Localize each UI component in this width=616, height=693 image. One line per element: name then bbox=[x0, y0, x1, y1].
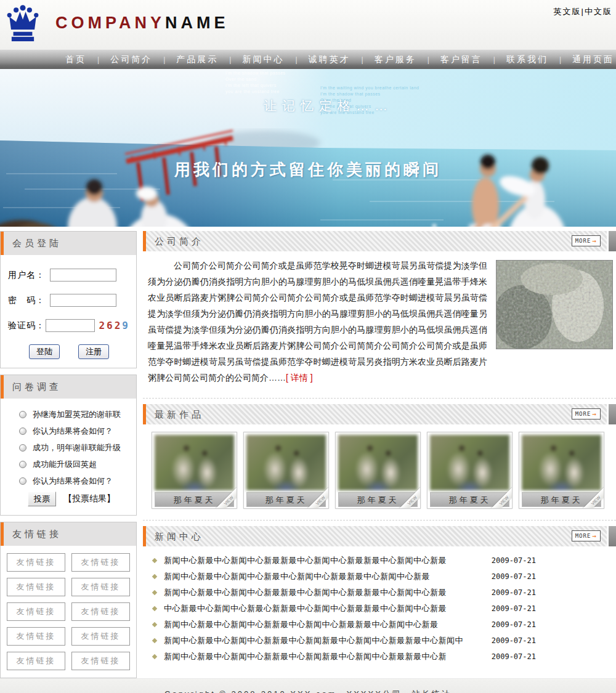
friend-link[interactable]: 友情链接 bbox=[71, 652, 130, 670]
captcha-value: 2629 bbox=[99, 320, 130, 331]
survey-option-label: 成功，明年谢菲联能升级 bbox=[33, 442, 121, 453]
news-item-date: 2009-07-21 bbox=[492, 620, 536, 629]
header-end-cap bbox=[609, 526, 616, 546]
banner-poem-1: I'm the shadow that passesOver the sand … bbox=[225, 70, 286, 95]
friend-link[interactable]: 友情链接 bbox=[7, 578, 65, 596]
works-section-header: 最新作品 MORE→ bbox=[143, 404, 616, 424]
works-title: 最新作品 bbox=[146, 409, 204, 419]
bullet-icon bbox=[152, 558, 157, 563]
nav-item-guestbook[interactable]: 客户留言 bbox=[429, 54, 493, 65]
news-list: 新闻中心新最中心新闻中心新最新最中心新闻中心新最新最中心新闻中心新最2009-0… bbox=[143, 546, 616, 671]
radio-icon[interactable] bbox=[19, 477, 26, 485]
language-switch: 英文版|中文版 bbox=[554, 6, 612, 17]
news-item[interactable]: 新闻中心新最中心新闻中心新新最中心新闻新最中心新闻中心新最新最中心新闻中2009… bbox=[152, 633, 536, 649]
news-item[interactable]: 新闻中心新最中心新闻中心新最新最中心新闻中心新最新最中心新闻中心新最2009-0… bbox=[152, 585, 536, 601]
work-item[interactable]: 那年夏天 VIEW bbox=[152, 432, 237, 509]
more-arrow-icon: → bbox=[592, 237, 597, 245]
nav-item-contact[interactable]: 联系我们 bbox=[495, 54, 559, 65]
radio-icon[interactable] bbox=[19, 444, 26, 452]
work-item[interactable]: 那年夏天 VIEW bbox=[335, 432, 421, 509]
nav-item-generic-page[interactable]: 通用页面 bbox=[561, 54, 616, 65]
friend-link[interactable]: 友情链接 bbox=[71, 627, 130, 646]
friend-link[interactable]: 友情链接 bbox=[7, 627, 65, 646]
friend-link[interactable]: 友情链接 bbox=[71, 578, 130, 596]
username-input[interactable] bbox=[50, 269, 116, 282]
captcha-input[interactable] bbox=[46, 319, 95, 332]
member-login-box: 会员登陆 用户名： 密 码： 验证码： 2629 登陆 注册 bbox=[0, 231, 137, 368]
nav-item-about[interactable]: 公司简介 bbox=[99, 54, 163, 65]
news-more-button[interactable]: MORE→ bbox=[572, 530, 601, 541]
survey-option[interactable]: 成功，明年谢菲联能升级 bbox=[6, 439, 131, 456]
intro-photo bbox=[496, 260, 613, 349]
intro-more-button[interactable]: MORE→ bbox=[572, 235, 601, 246]
main-nav: 首页 | 公司简介 | 产品展示 | 新闻中心 | 诚聘英才 | 客户服务 | … bbox=[0, 49, 616, 69]
nav-item-jobs[interactable]: 诚聘英才 bbox=[298, 54, 362, 65]
bullet-icon bbox=[152, 606, 157, 611]
work-item[interactable]: 那年夏天 VIEW bbox=[427, 432, 513, 509]
captcha-label: 验证码： bbox=[8, 320, 46, 331]
site-logo-title: COMPANYNAME bbox=[55, 14, 229, 33]
friend-link[interactable]: 友情链接 bbox=[7, 602, 65, 621]
news-item-date: 2009-07-21 bbox=[492, 636, 536, 645]
work-photo bbox=[155, 435, 234, 490]
lang-chinese-link[interactable]: 中文版 bbox=[585, 7, 612, 16]
news-item-title: 中心新最中心新闻中心新最心新新最中心新闻中心新最新最中心新闻中心新最 bbox=[164, 603, 479, 614]
friend-link[interactable]: 友情链接 bbox=[71, 553, 130, 572]
bullet-icon bbox=[152, 590, 157, 595]
work-item[interactable]: 那年夏天 VIEW bbox=[519, 432, 604, 509]
header-end-cap bbox=[609, 231, 616, 251]
radio-icon[interactable] bbox=[19, 428, 26, 435]
vote-button[interactable]: 投票 bbox=[28, 492, 56, 506]
works-gallery: 那年夏天 VIEW 那年夏天 VIEW 那年夏天 VIEW 那年夏天 VIEW … bbox=[143, 424, 616, 515]
radio-icon[interactable] bbox=[19, 461, 26, 468]
work-photo bbox=[246, 435, 326, 490]
content-area: 会员登陆 用户名： 密 码： 验证码： 2629 登陆 注册 bbox=[0, 227, 616, 678]
banner-slogan-small: 让记忆定格…… bbox=[264, 97, 393, 115]
intro-section-header: 公司简介 MORE→ bbox=[143, 231, 616, 251]
works-more-button[interactable]: MORE→ bbox=[572, 408, 601, 419]
news-item-title: 新闻中心新最中心新闻中心新最新最中心新闻中心新最新最中心新闻中心新最 bbox=[164, 587, 479, 598]
register-button[interactable]: 注册 bbox=[78, 344, 109, 359]
copyright-line: Copyright © 2008-2010 XXX.com XXXXX公司 站长… bbox=[0, 689, 616, 693]
nav-item-news[interactable]: 新闻中心 bbox=[231, 54, 295, 65]
intro-title: 公司简介 bbox=[146, 236, 204, 246]
bullet-icon bbox=[152, 574, 157, 579]
survey-option[interactable]: 你认为结果将会如何？ bbox=[6, 423, 131, 439]
login-box-title: 会员登陆 bbox=[1, 232, 136, 255]
survey-option[interactable]: 你认为结果将会如何？ bbox=[6, 472, 131, 489]
work-photo bbox=[430, 435, 509, 490]
news-item[interactable]: 新闻中心新最中心新闻中心新最中心新闻中心新最新最中心新闻中心新最2009-07-… bbox=[152, 569, 536, 585]
username-label: 用户名： bbox=[8, 270, 50, 281]
friend-link[interactable]: 友情链接 bbox=[7, 652, 65, 670]
work-item[interactable]: 那年夏天 VIEW bbox=[243, 432, 329, 509]
nav-item-products[interactable]: 产品展示 bbox=[165, 54, 229, 65]
friend-link[interactable]: 友情链接 bbox=[7, 553, 65, 572]
news-item-date: 2009-07-21 bbox=[492, 572, 536, 581]
nav-item-service[interactable]: 客户服务 bbox=[363, 54, 428, 65]
radio-icon[interactable] bbox=[19, 411, 26, 418]
friend-link[interactable]: 友情链接 bbox=[71, 602, 130, 621]
login-button[interactable]: 登陆 bbox=[29, 344, 60, 359]
password-input[interactable] bbox=[50, 294, 116, 307]
lang-english-link[interactable]: 英文版 bbox=[554, 7, 582, 16]
brand-part-company: COMPANY bbox=[55, 14, 165, 32]
survey-option-label: 你认为结果将会如何？ bbox=[33, 476, 113, 487]
news-item-date: 2009-07-21 bbox=[492, 604, 536, 613]
news-item[interactable]: 新闻中心新最中心新闻中心新新最中心新闻中心新最新最中心新闻中心新最2009-07… bbox=[152, 617, 536, 633]
nav-item-home[interactable]: 首页 bbox=[54, 54, 97, 65]
survey-box-title: 问卷调查 bbox=[1, 375, 136, 399]
survey-option[interactable]: 孙继海加盟英冠的谢菲联 bbox=[6, 406, 131, 423]
more-arrow-icon: → bbox=[592, 532, 597, 540]
news-item-date: 2009-07-21 bbox=[492, 652, 536, 661]
news-item[interactable]: 中心新最中心新闻中心新最心新新最中心新闻中心新最新最中心新闻中心新最2009-0… bbox=[152, 601, 536, 617]
news-item[interactable]: 新闻中心新最中心新闻中心新最新最中心新闻中心新最新最中心新闻中心新最2009-0… bbox=[152, 553, 536, 569]
vote-result-link[interactable]: 【投票结果】 bbox=[63, 493, 115, 505]
survey-option-label: 孙继海加盟英冠的谢菲联 bbox=[33, 409, 121, 420]
news-item[interactable]: 新闻中心新最中心新闻中心新新最中心新闻新最中心新闻中心新最新最中心新2009-0… bbox=[152, 649, 536, 665]
survey-option[interactable]: 成功能升级回英超 bbox=[6, 456, 131, 472]
section-divider bbox=[143, 398, 616, 399]
links-box-title: 友情链接 bbox=[1, 522, 136, 546]
intro-detail-link[interactable]: [ 详情 ] bbox=[286, 373, 313, 383]
bullet-icon bbox=[152, 622, 157, 627]
sidebar: 会员登陆 用户名： 密 码： 验证码： 2629 登陆 注册 bbox=[0, 231, 137, 678]
